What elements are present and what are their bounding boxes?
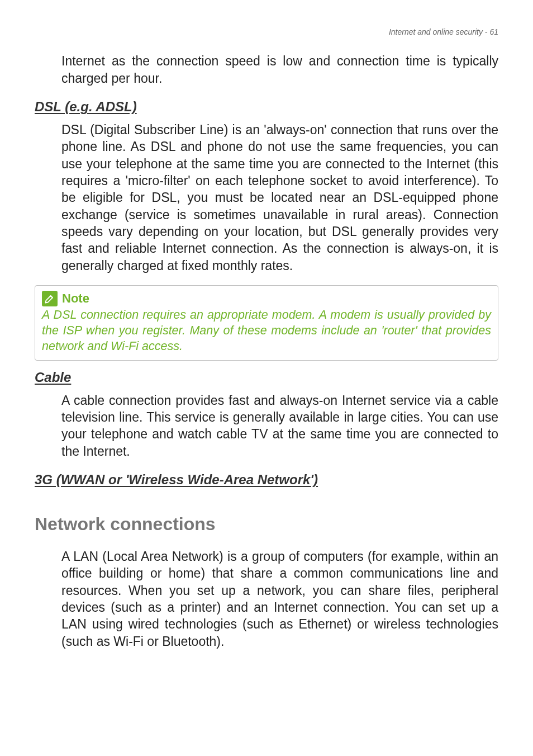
network-connections-heading: Network connections <box>35 512 498 536</box>
note-body: A DSL connection requires an appropriate… <box>42 308 491 355</box>
network-connections-body: A LAN (Local Area Network) is a group of… <box>61 548 498 650</box>
note-box: Note A DSL connection requires an approp… <box>35 285 498 361</box>
intro-paragraph: Internet as the connection speed is low … <box>61 53 498 87</box>
note-icon <box>42 291 58 306</box>
note-label: Note <box>62 290 89 306</box>
running-header: Internet and online security - 61 <box>35 27 498 37</box>
cable-body: A cable connection provides fast and alw… <box>61 392 498 460</box>
cable-heading: Cable <box>35 368 498 386</box>
3g-heading: 3G (WWAN or 'Wireless Wide-Area Network'… <box>35 471 498 489</box>
dsl-body: DSL (Digital Subscriber Line) is an 'alw… <box>61 121 498 274</box>
note-header: Note <box>42 290 491 306</box>
dsl-heading: DSL (e.g. ADSL) <box>35 98 498 116</box>
